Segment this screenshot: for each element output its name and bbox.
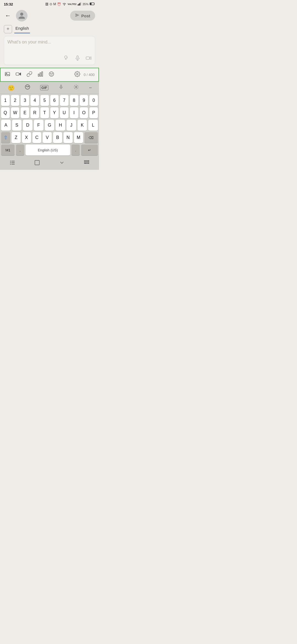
keyboard-mic-icon[interactable]	[58, 84, 64, 91]
key-x[interactable]: X	[22, 132, 31, 143]
back-nav-icon[interactable]	[59, 160, 65, 167]
key-n[interactable]: N	[64, 132, 73, 143]
svg-rect-36	[85, 162, 86, 162]
post-toolbar: 0 / 400	[0, 68, 99, 82]
key-0[interactable]: 0	[89, 95, 98, 106]
svg-rect-15	[42, 72, 43, 77]
key-d[interactable]: D	[23, 120, 32, 131]
svg-rect-39	[84, 163, 87, 164]
key-r[interactable]: R	[31, 107, 39, 118]
microphone-icon[interactable]	[75, 55, 81, 62]
whatsapp-icon: ⊙	[50, 2, 52, 6]
keyboard-qwerty-row: Q W E R T Y U I O P	[1, 107, 98, 118]
key-6[interactable]: 6	[50, 95, 59, 106]
settings-toolbar-icon[interactable]	[74, 71, 80, 78]
key-l[interactable]: L	[88, 120, 98, 131]
video-icon[interactable]	[86, 55, 92, 62]
key-1[interactable]: 1	[1, 95, 10, 106]
key-t[interactable]: T	[40, 107, 49, 118]
svg-rect-5	[90, 3, 91, 5]
signal-icon	[78, 2, 81, 6]
key-z[interactable]: Z	[12, 132, 21, 143]
battery-icon	[90, 2, 95, 6]
svg-rect-28	[12, 162, 15, 163]
svg-rect-35	[84, 162, 85, 162]
svg-rect-3	[80, 2, 81, 6]
key-5[interactable]: 5	[40, 95, 49, 106]
key-q[interactable]: Q	[1, 107, 10, 118]
status-time: 15:32	[4, 2, 13, 6]
keyboard-bottom-row: !#1 , English (US) . ↵	[1, 144, 98, 155]
keyboard-settings-icon[interactable]	[73, 84, 79, 91]
avatar	[16, 10, 28, 21]
symbol-key[interactable]: !#1	[1, 144, 15, 155]
key-u[interactable]: U	[60, 107, 68, 118]
key-v[interactable]: V	[43, 132, 52, 143]
recents-nav-icon[interactable]	[9, 160, 15, 167]
backspace-key[interactable]: ⌫	[84, 132, 98, 143]
photo-toolbar-icon[interactable]	[4, 71, 10, 78]
keyboard: 1 2 3 4 5 6 7 8 9 0 Q W E R T Y U I O P …	[0, 94, 99, 157]
bottom-nav-bar	[0, 157, 99, 170]
shift-key[interactable]: ⇧	[1, 132, 10, 143]
post-button[interactable]: Post	[70, 11, 95, 21]
key-9[interactable]: 9	[80, 95, 88, 106]
key-b[interactable]: B	[53, 132, 62, 143]
svg-rect-30	[35, 160, 40, 165]
emoji-key-icon[interactable]: 🙂	[8, 84, 15, 91]
add-language-button[interactable]: +	[4, 25, 12, 33]
svg-rect-33	[87, 160, 88, 161]
key-4[interactable]: 4	[31, 95, 39, 106]
svg-rect-14	[40, 73, 41, 76]
emoji-toolbar-icon[interactable]	[48, 71, 54, 78]
lang-tab-row: + English	[0, 24, 99, 33]
home-nav-icon[interactable]	[34, 160, 40, 167]
key-a[interactable]: A	[1, 120, 11, 131]
key-c[interactable]: C	[32, 132, 42, 143]
sticker-icon[interactable]	[24, 84, 31, 91]
text-area-action-icons	[7, 53, 92, 62]
back-button[interactable]: ←	[4, 11, 12, 20]
language-tab-english[interactable]: English	[14, 25, 30, 33]
svg-rect-25	[10, 162, 11, 163]
period-key[interactable]: .	[72, 144, 80, 155]
image-icon: 🖼	[45, 2, 48, 6]
key-k[interactable]: K	[78, 120, 87, 131]
gif-icon[interactable]: GIF	[40, 85, 48, 90]
post-text-area[interactable]: What's on your mind...	[4, 36, 95, 65]
key-p[interactable]: P	[89, 107, 98, 118]
key-3[interactable]: 3	[21, 95, 29, 106]
key-i[interactable]: I	[70, 107, 78, 118]
status-bar: 15:32 🖼 ⊙ M ⏰ VoLTE2 35%	[0, 0, 99, 8]
space-key[interactable]: English (US)	[26, 144, 70, 155]
key-2[interactable]: 2	[11, 95, 20, 106]
svg-rect-11	[16, 73, 19, 75]
keyboard-zxcv-row: ⇧ Z X C V B N M ⌫	[1, 132, 98, 143]
alarm-icon: ⏰	[57, 2, 61, 6]
key-w[interactable]: W	[11, 107, 20, 118]
key-j[interactable]: J	[67, 120, 76, 131]
comma-key[interactable]: ,	[16, 144, 24, 155]
svg-rect-26	[10, 164, 11, 165]
char-count: 0 / 400	[84, 73, 95, 77]
svg-rect-37	[87, 162, 88, 162]
key-8[interactable]: 8	[70, 95, 78, 106]
key-g[interactable]: G	[45, 120, 54, 131]
video-toolbar-icon[interactable]	[15, 71, 21, 78]
link-toolbar-icon[interactable]	[26, 71, 32, 78]
keyboard-switch-icon[interactable]	[84, 160, 90, 167]
key-7[interactable]: 7	[60, 95, 68, 106]
text-to-speech-icon[interactable]	[64, 55, 70, 62]
key-y[interactable]: Y	[50, 107, 59, 118]
svg-rect-2	[79, 3, 80, 6]
key-f[interactable]: F	[34, 120, 43, 131]
key-e[interactable]: E	[21, 107, 29, 118]
enter-key[interactable]: ↵	[81, 144, 98, 155]
key-s[interactable]: S	[12, 120, 22, 131]
chart-toolbar-icon[interactable]	[37, 71, 43, 78]
svg-rect-40	[87, 163, 89, 164]
key-m[interactable]: M	[74, 132, 83, 143]
keyboard-more-icon[interactable]: ···	[89, 85, 91, 91]
key-h[interactable]: H	[56, 120, 65, 131]
key-o[interactable]: O	[80, 107, 88, 118]
